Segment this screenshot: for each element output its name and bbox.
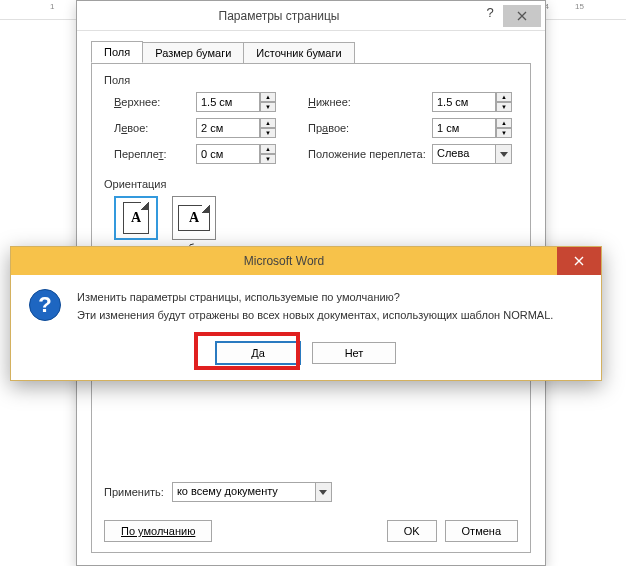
confirm-text: Изменить параметры страницы, используемы…	[77, 289, 553, 324]
combo-apply-to[interactable]: ко всему документу	[172, 482, 332, 502]
cancel-button[interactable]: Отмена	[445, 520, 518, 542]
label-gutter-pos: Положение переплета:	[308, 148, 428, 160]
confirm-close-button[interactable]	[557, 247, 601, 275]
apply-label: Применить:	[104, 486, 164, 498]
portrait-icon: A	[123, 202, 149, 234]
input-gutter[interactable]	[196, 144, 260, 164]
spin-down[interactable]: ▼	[496, 128, 512, 138]
spin-up[interactable]: ▲	[260, 92, 276, 102]
ok-button[interactable]: OK	[387, 520, 437, 542]
confirm-dialog: Microsoft Word ? Изменить параметры стра…	[10, 246, 602, 381]
spin-down[interactable]: ▼	[260, 154, 276, 164]
yes-button[interactable]: Да	[216, 342, 300, 364]
tab-strip: Поля Размер бумаги Источник бумаги	[77, 31, 545, 63]
spin-down[interactable]: ▼	[496, 102, 512, 112]
label-left: Левое:	[114, 122, 192, 134]
confirm-titlebar: Microsoft Word	[11, 247, 601, 275]
input-right[interactable]	[432, 118, 496, 138]
label-gutter: Переплет:	[114, 148, 192, 160]
spin-up[interactable]: ▲	[260, 144, 276, 154]
chevron-down-icon	[319, 490, 327, 495]
tab-paper-source[interactable]: Источник бумаги	[243, 42, 354, 64]
apply-row: Применить: ко всему документу	[104, 482, 332, 502]
label-top: Верхнее:	[114, 96, 192, 108]
close-icon	[574, 256, 584, 266]
close-button[interactable]	[503, 5, 541, 27]
tab-margins[interactable]: Поля	[91, 41, 143, 63]
spin-up[interactable]: ▲	[496, 92, 512, 102]
orientation-label: Ориентация	[104, 178, 518, 190]
set-default-button[interactable]: По умолчанию	[104, 520, 212, 542]
margins-section-label: Поля	[104, 74, 518, 86]
spinner-bottom[interactable]: ▲▼	[432, 92, 518, 112]
question-icon: ?	[29, 289, 61, 321]
help-button[interactable]: ?	[477, 5, 503, 27]
spin-up[interactable]: ▲	[260, 118, 276, 128]
combo-gutter-pos[interactable]: Слева	[432, 144, 512, 164]
dialog-title: Параметры страницы	[81, 9, 477, 23]
input-left[interactable]	[196, 118, 260, 138]
orientation-section: Ориентация A книжная A альбомная	[104, 178, 518, 254]
tab-paper-size[interactable]: Размер бумаги	[142, 42, 244, 64]
spinner-right[interactable]: ▲▼	[432, 118, 518, 138]
titlebar: Параметры страницы ?	[77, 1, 545, 31]
label-right: Правое:	[308, 122, 428, 134]
landscape-icon: A	[178, 205, 210, 231]
spinner-top[interactable]: ▲▼	[196, 92, 282, 112]
chevron-down-icon	[500, 152, 508, 157]
combo-gutter-pos-value: Слева	[432, 144, 496, 164]
spin-up[interactable]: ▲	[496, 118, 512, 128]
combo-drop[interactable]	[316, 482, 332, 502]
no-button[interactable]: Нет	[312, 342, 396, 364]
spinner-left[interactable]: ▲▼	[196, 118, 282, 138]
combo-apply-value: ко всему документу	[172, 482, 316, 502]
close-icon	[517, 11, 527, 21]
spin-down[interactable]: ▼	[260, 128, 276, 138]
confirm-line1: Изменить параметры страницы, используемы…	[77, 289, 553, 307]
input-bottom[interactable]	[432, 92, 496, 112]
spin-down[interactable]: ▼	[260, 102, 276, 112]
confirm-title: Microsoft Word	[11, 254, 557, 268]
label-bottom: Нижнее:	[308, 96, 428, 108]
combo-drop[interactable]	[496, 144, 512, 164]
input-top[interactable]	[196, 92, 260, 112]
confirm-line2: Эти изменения будут отражены во всех нов…	[77, 307, 553, 325]
spinner-gutter[interactable]: ▲▼	[196, 144, 282, 164]
